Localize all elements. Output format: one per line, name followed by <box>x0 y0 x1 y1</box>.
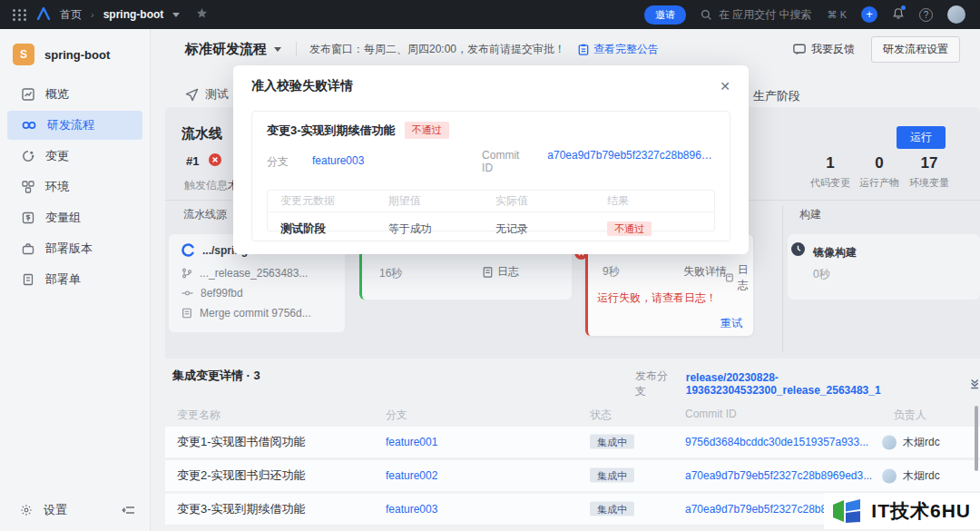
change-branch-link[interactable]: feature002 <box>386 469 437 482</box>
commit-label: Commit ID <box>482 149 533 174</box>
sidebar-item-deploy-orders[interactable]: 部署单 <box>7 265 142 294</box>
status-badge: 集成中 <box>590 502 634 516</box>
search-icon <box>701 9 712 21</box>
sidebar-item-changes[interactable]: 变更 <box>7 142 142 171</box>
infinity-flow-icon <box>22 120 36 131</box>
user-avatar[interactable] <box>947 5 965 24</box>
stage-build-label: 构建 <box>799 207 821 222</box>
variables-icon <box>22 211 34 224</box>
gear-icon[interactable] <box>20 504 33 516</box>
actual-value: 无记录 <box>495 221 607 237</box>
watermark-text: IT技术6HU <box>871 498 971 524</box>
sidebar-item-dev-flow[interactable]: 研发流程 <box>7 111 142 140</box>
project-avatar: S <box>13 44 34 65</box>
vertical-scrollbar[interactable] <box>975 406 978 471</box>
table-row[interactable]: 变更2-实现图书归还功能 feature002 集成中 a70ea9d7b79e… <box>165 460 980 491</box>
change-branch-link[interactable]: feature003 <box>386 503 437 516</box>
flow-title[interactable]: 标准研发流程 <box>185 41 267 58</box>
branch-icon <box>181 268 192 279</box>
breadcrumb-project[interactable]: spring-boot <box>103 8 164 21</box>
branch-label: 分支 <box>267 154 289 170</box>
search-placeholder: 在 应用交付 中搜索 <box>719 7 812 23</box>
settings-label[interactable]: 设置 <box>44 502 67 518</box>
commit-link[interactable]: a70ea9d7b79eb5f2327c28b8969... <box>547 149 715 174</box>
modal-title: 准入校验失败详情 <box>251 78 353 94</box>
log-link[interactable]: 日志 <box>726 262 753 293</box>
close-icon[interactable]: ✕ <box>720 80 730 93</box>
favorite-star-icon[interactable] <box>196 7 208 22</box>
view-announcement-link[interactable]: 查看完整公告 <box>578 42 659 57</box>
task-waiting-clock-icon <box>791 242 805 259</box>
sidebar: S spring-boot 概览 研发流程 变更 环境 变量组 部署版本 <box>0 29 151 531</box>
flow-settings-button[interactable]: 研发流程设置 <box>871 36 960 63</box>
status-badge: 集成中 <box>590 435 634 449</box>
change-name: 变更3-实现到期续借功能 <box>177 501 306 517</box>
stat-env-vars[interactable]: 17 环境变量 <box>902 154 956 190</box>
project-switcher-caret-icon[interactable] <box>172 13 180 17</box>
tab-test-label: 测试 <box>205 86 229 103</box>
retry-button[interactable]: 重试 <box>720 316 742 331</box>
tab-test-stage[interactable]: 测试 <box>185 86 229 103</box>
stat-code-changes[interactable]: 1 代码变更 <box>804 154 857 190</box>
release-branch-link[interactable]: release/20230828-193632304532300_release… <box>686 371 960 397</box>
release-window-notice: 发布窗口：每周二、周四20:00，发布前请提交审批！ <box>309 42 565 57</box>
help-button[interactable]: ? <box>919 8 933 22</box>
log-link[interactable]: 日志 <box>483 264 519 280</box>
breadcrumb-separator: › <box>91 9 94 20</box>
column-header-name: 变更名称 <box>177 408 220 423</box>
global-search-input[interactable]: 在 应用交付 中搜索 ⌘ K <box>701 7 847 23</box>
view-announcement-label: 查看完整公告 <box>593 42 659 57</box>
stat-value: 0 <box>853 154 906 172</box>
validation-table: 变更元数据 期望值 实际值 结果 测试阶段 等于成功 无记录 不通过 <box>267 190 715 231</box>
run-number[interactable]: #1 <box>186 154 199 168</box>
column-header-owner: 负责人 <box>894 408 926 423</box>
fail-badge: 不通过 <box>405 122 449 139</box>
create-button[interactable]: + <box>861 6 877 23</box>
log-icon <box>483 267 493 278</box>
task-name: 镜像构建 <box>813 245 857 261</box>
col-expected: 期望值 <box>388 193 495 209</box>
fail-detail-link[interactable]: 失败详情 <box>683 264 727 280</box>
breadcrumb-home[interactable]: 首页 <box>60 7 82 23</box>
collapse-sidebar-icon[interactable] <box>122 505 135 516</box>
tab-production-stage[interactable]: 生产阶段 <box>753 88 800 104</box>
commit-link[interactable]: a70ea9d7b79eb5f2327c28b8969ed3... <box>685 469 872 482</box>
collapse-section-icon[interactable] <box>969 379 980 389</box>
top-bar: 首页 › spring-boot 邀请 在 应用交付 中搜索 ⌘ K + ? <box>0 0 980 29</box>
sidebar-item-variable-groups[interactable]: 变量组 <box>7 203 142 232</box>
change-branch-link[interactable]: feature001 <box>386 436 437 448</box>
notifications-button[interactable] <box>892 7 905 23</box>
sidebar-item-label: 部署单 <box>45 271 81 288</box>
result-badge: 不通过 <box>607 221 652 236</box>
project-name: spring-boot <box>44 48 110 62</box>
site-watermark: IT技术6HU <box>824 493 980 529</box>
flow-title-caret-icon[interactable] <box>274 47 281 52</box>
commit-link[interactable]: 9756d3684bcddc30de1519357a933... <box>685 436 868 448</box>
stat-artifacts[interactable]: 0 运行产物 <box>853 154 906 190</box>
sidebar-project-header[interactable]: S spring-boot <box>0 29 150 78</box>
stat-value: 1 <box>804 154 857 172</box>
feedback-button[interactable]: 我要反馈 <box>793 42 855 57</box>
stat-label: 运行产物 <box>853 176 906 190</box>
stat-label: 环境变量 <box>902 176 956 190</box>
app-grid-icon[interactable] <box>13 9 27 21</box>
codeup-repo-icon <box>181 243 195 257</box>
sidebar-item-deploy-versions[interactable]: 部署版本 <box>7 234 142 263</box>
sidebar-item-label: 部署版本 <box>45 241 93 257</box>
sidebar-item-environments[interactable]: 环境 <box>7 172 142 202</box>
column-header-commit: Commit ID <box>685 408 737 420</box>
page-header: 标准研发流程 发布窗口：每周二、周四20:00，发布前请提交审批！ 查看完整公告… <box>151 29 980 69</box>
clipboard-icon <box>578 44 589 55</box>
commit-icon <box>181 289 193 298</box>
run-pipeline-button[interactable]: 运行 <box>897 126 946 149</box>
stage-divider <box>782 205 783 352</box>
change-name: 变更1-实现图书借阅功能 <box>177 434 306 450</box>
run-error-message: 运行失败，请查看日志！ <box>597 290 717 306</box>
invite-button[interactable]: 邀请 <box>644 5 686 25</box>
sidebar-item-overview[interactable]: 概览 <box>7 80 142 109</box>
table-row[interactable]: 变更1-实现图书借阅功能 feature001 集成中 9756d3684bcd… <box>165 427 980 457</box>
task-card-image-build[interactable]: 镜像构建 0秒 <box>788 234 980 300</box>
brand-logo-icon[interactable] <box>36 7 51 23</box>
col-result: 结果 <box>607 193 714 209</box>
branch-link[interactable]: feature003 <box>312 154 364 170</box>
